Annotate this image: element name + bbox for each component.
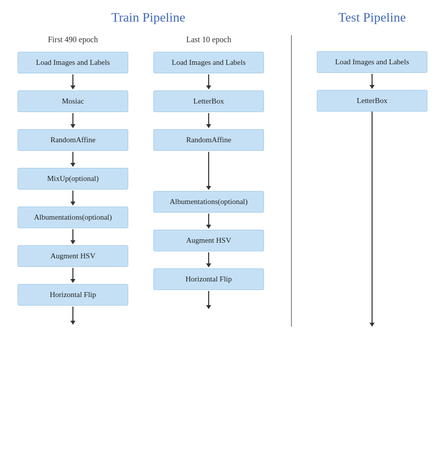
box-load-images-last: Load Images and Labels [153,52,264,73]
test-pipeline-title: Test Pipeline [302,10,442,25]
box-hflip-last: Horizontal Flip [153,268,264,290]
box-albumentations-first: Albumentations(optional) [18,207,128,228]
arrow-1-test [370,74,375,89]
box-load-images-test: Load Images and Labels [317,51,427,73]
arrow-2-last [206,113,211,128]
arrow-5-first [70,229,75,244]
arrow-4-first [70,191,75,206]
arrow-end-first [70,307,75,325]
arrow-1-last [206,74,211,89]
box-albumentations-last: Albumentations(optional) [153,191,264,213]
box-augment-hsv-first: Augment HSV [18,245,128,267]
arrow-3-last [206,152,211,190]
arrow-1-first [70,74,75,89]
last-epoch-column: Last 10 epoch Load Images and Labels Let… [141,35,277,327]
arrow-4-last [206,214,211,229]
train-pipeline-title: Train Pipeline [5,10,292,25]
train-pipeline: First 490 epoch Load Images and Labels M… [5,35,292,327]
last-column-subtitle: Last 10 epoch [186,35,231,44]
box-hflip-first: Horizontal Flip [18,284,128,306]
box-letterbox-test: LetterBox [317,90,427,112]
box-randomaffine-first: RandomAffine [18,129,128,151]
box-letterbox-last: LetterBox [153,90,264,112]
test-pipeline: Load Images and Labels LetterBox [292,35,442,327]
box-mixup: MixUp(optional) [18,168,128,189]
arrow-3-first [70,152,75,167]
page: Train Pipeline Test Pipeline First 490 e… [0,0,448,476]
first-column-subtitle: First 490 epoch [48,35,98,44]
arrow-2-first [70,113,75,128]
box-augment-hsv-last: Augment HSV [153,230,264,251]
arrow-end-last [206,291,211,309]
columns-wrapper: First 490 epoch Load Images and Labels M… [5,35,443,327]
first-epoch-column: First 490 epoch Load Images and Labels M… [5,35,141,327]
box-load-images-first: Load Images and Labels [18,52,128,73]
arrow-5-last [206,252,211,267]
box-randomaffine-last: RandomAffine [153,129,264,151]
arrow-6-first [70,268,75,283]
box-mosiac: Mosiac [18,90,128,112]
